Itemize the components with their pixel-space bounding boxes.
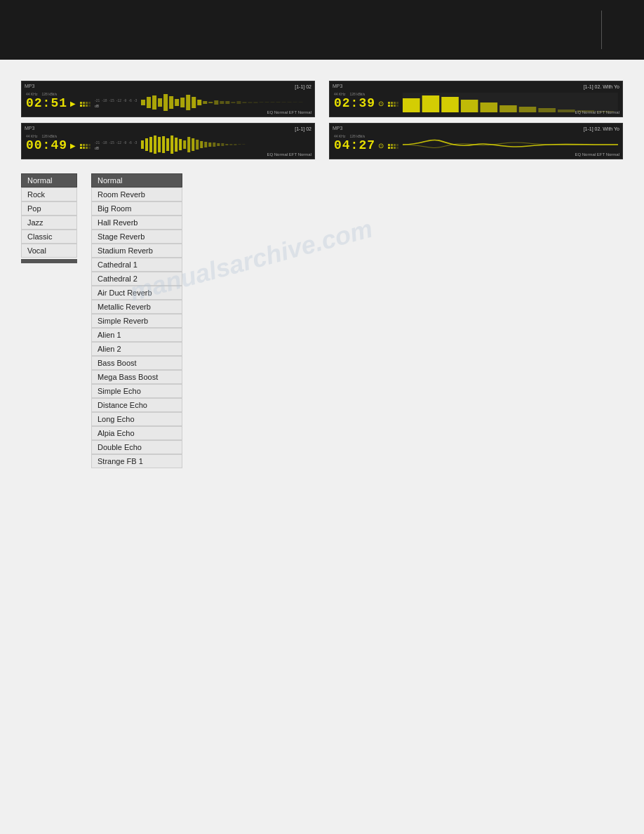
eq-menu: Normal Rock Pop Jazz Classic Vocal: [21, 173, 77, 468]
play-icon-tl: ▶: [70, 100, 76, 107]
svg-rect-49: [226, 144, 229, 145]
eq-menu-item-classic[interactable]: Classic: [21, 230, 77, 244]
eft-menu-item-stadium-reverb[interactable]: Stadium Reverb: [91, 244, 182, 258]
display-top-right: MP3 44 KHz 128 kBit/s 02:39 ⊙: [329, 81, 623, 117]
eq-menu-item-jazz[interactable]: Jazz: [21, 216, 77, 230]
track-info-bl: [1-1] 02: [295, 126, 311, 131]
svg-rect-47: [217, 143, 220, 146]
time-tr: 02:39: [334, 96, 375, 110]
svg-rect-35: [166, 138, 169, 151]
eq-menu-item-rock[interactable]: Rock: [21, 187, 77, 201]
svg-rect-1: [147, 97, 151, 108]
svg-rect-10: [198, 100, 202, 105]
eft-menu-item-stage-reverb[interactable]: Stage Reverb: [91, 230, 182, 244]
format-label-tr: MP3: [333, 84, 342, 88]
eq-menu-item-normal[interactable]: Normal: [21, 173, 77, 187]
svg-rect-36: [170, 135, 173, 154]
svg-rect-46: [213, 143, 216, 147]
svg-rect-25: [282, 102, 286, 102]
waveform-tl: [141, 93, 310, 112]
curve-br: [403, 135, 618, 154]
svg-rect-23: [271, 102, 275, 102]
eft-menu-item-mega-bass-boost[interactable]: Mega Bass Boost: [91, 370, 182, 384]
format-label-bl: MP3: [25, 126, 34, 131]
svg-rect-48: [222, 143, 224, 146]
svg-rect-63: [558, 110, 575, 112]
svg-rect-51: [234, 144, 237, 145]
eft-menu-item-hall-reverb[interactable]: Hall Reverb: [91, 216, 182, 230]
eft-menu-item-alien1[interactable]: Alien 1: [91, 328, 182, 342]
eft-menu: Normal Room Reverb Big Room Hall Reverb …: [91, 173, 182, 468]
play-icon-tr: ⊙: [378, 100, 384, 107]
eft-menu-item-simple-echo[interactable]: Simple Echo: [91, 384, 182, 398]
svg-rect-27: [293, 102, 297, 102]
svg-rect-0: [141, 100, 145, 105]
eft-menu-item-cathedral1[interactable]: Cathedral 1: [91, 258, 182, 272]
eft-menu-item-alpia-echo[interactable]: Alpia Echo: [91, 426, 182, 440]
svg-rect-19: [248, 102, 253, 103]
eft-menu-item-double-echo[interactable]: Double Echo: [91, 440, 182, 454]
svg-rect-8: [186, 95, 190, 110]
svg-rect-55: [403, 98, 420, 112]
left-displays: MP3 44 KHz 128 kBit/s 02:51 ▶: [21, 81, 315, 159]
track-info-tr: [1-1] 02. With Yo: [584, 84, 619, 89]
svg-rect-31: [149, 137, 152, 152]
display-bottom-right: MP3 44 KHz 128 kBit/s 04:27 ⊙: [329, 123, 623, 159]
displays-area: MP3 44 KHz 128 kBit/s 02:51 ▶: [21, 81, 623, 159]
eft-menu-item-simple-reverb[interactable]: Simple Reverb: [91, 314, 182, 328]
svg-rect-17: [237, 101, 241, 104]
right-displays: MP3 44 KHz 128 kBit/s 02:39 ⊙: [329, 81, 623, 159]
eft-menu-item-cathedral2[interactable]: Cathedral 2: [91, 272, 182, 286]
spectrum-tr: [403, 93, 618, 112]
svg-rect-3: [158, 98, 162, 107]
format-label-br: MP3: [333, 126, 342, 131]
svg-rect-2: [152, 95, 156, 110]
svg-rect-53: [243, 144, 246, 145]
svg-rect-24: [276, 102, 281, 102]
eft-menu-item-metallic-reverb[interactable]: Metallic Reverb: [91, 300, 182, 314]
header-bar: [0, 0, 644, 60]
eq-menu-divider: [21, 259, 77, 263]
display-top-left: MP3 44 KHz 128 kBit/s 02:51 ▶: [21, 81, 315, 117]
eft-menu-item-distance-echo[interactable]: Distance Echo: [91, 398, 182, 412]
svg-rect-42: [196, 140, 199, 150]
svg-rect-4: [163, 94, 168, 111]
svg-rect-43: [201, 141, 203, 148]
eft-menu-item-alien2[interactable]: Alien 2: [91, 342, 182, 356]
eq-menu-item-pop[interactable]: Pop: [21, 201, 77, 216]
svg-rect-33: [158, 137, 161, 152]
eft-menu-item-strange-fb1[interactable]: Strange FB 1: [91, 454, 182, 468]
eq-label-tl: EQ Normal EFT Normal: [267, 110, 311, 114]
svg-rect-52: [239, 144, 241, 145]
track-info-br: [1-1] 02. With Yo: [584, 126, 619, 131]
eft-menu-item-room-reverb[interactable]: Room Reverb: [91, 187, 182, 201]
eft-menu-item-long-echo[interactable]: Long Echo: [91, 412, 182, 426]
svg-rect-37: [175, 138, 177, 152]
play-icon-br: ⊙: [378, 142, 384, 150]
svg-rect-28: [299, 102, 303, 102]
eft-menu-item-big-room[interactable]: Big Room: [91, 201, 182, 216]
svg-rect-60: [499, 105, 517, 112]
svg-rect-38: [179, 139, 182, 150]
svg-rect-18: [243, 102, 247, 103]
eft-menu-item-normal[interactable]: Normal: [91, 173, 182, 187]
time-bl: 00:49: [26, 138, 67, 152]
svg-rect-29: [141, 140, 144, 149]
play-icon-bl: ▶: [70, 142, 76, 150]
svg-rect-61: [519, 107, 537, 112]
svg-rect-14: [220, 101, 224, 104]
svg-rect-11: [203, 101, 208, 104]
eq-label-tr: EQ Normal EFT Normal: [575, 110, 619, 114]
eq-menu-item-vocal[interactable]: Vocal: [21, 244, 77, 258]
svg-rect-50: [230, 144, 233, 145]
svg-rect-21: [260, 102, 264, 102]
display-bottom-left: MP3 44 KHz 128 kBit/s 00:49 ▶: [21, 123, 315, 159]
eft-menu-item-bass-boost[interactable]: Bass Boost: [91, 356, 182, 370]
eft-menu-item-air-duct-reverb[interactable]: Air Duct Reverb: [91, 286, 182, 300]
svg-rect-26: [288, 102, 292, 102]
svg-rect-13: [215, 100, 219, 105]
svg-rect-6: [175, 99, 179, 106]
svg-rect-30: [145, 138, 148, 151]
menus-area: Normal Rock Pop Jazz Classic Vocal Norma…: [21, 173, 623, 468]
svg-rect-59: [481, 102, 498, 112]
